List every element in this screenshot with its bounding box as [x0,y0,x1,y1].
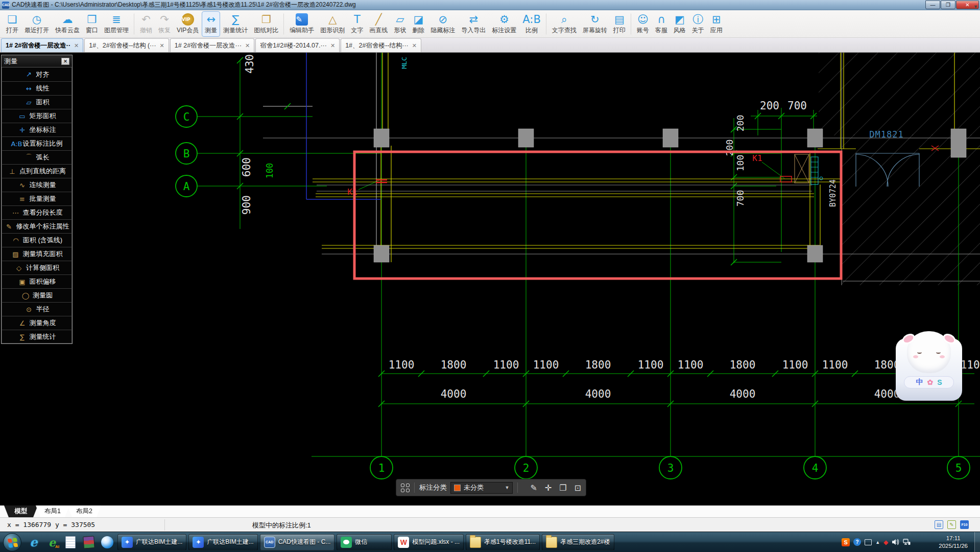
toolbar-button[interactable] [631,13,632,35]
taskbar-app-button[interactable]: W 模型问题.xlsx - ... [394,534,464,550]
model-tab[interactable]: 布局2 [67,505,101,517]
toolbar-button[interactable]: ≣ 图层管理 [101,11,132,37]
toolbar-button[interactable]: ⇄ 导入导出 [458,11,489,37]
toolbar-button[interactable]: ⊞ 应用 [707,11,726,37]
measure-tool-item[interactable]: ▭ 矩形面积 [2,109,72,123]
toolbar-button[interactable] [546,13,547,35]
volume-icon[interactable] [892,539,899,545]
toolbar-button[interactable]: ⊘ 隐藏标注 [427,11,458,37]
model-tab[interactable]: 布局1 [36,505,69,517]
document-tab[interactable]: 宿舍1#2#楼-2014.07.··· ✕ [255,38,340,52]
fullscreen-f10-icon[interactable]: F10 [960,520,969,529]
start-button[interactable] [3,533,21,551]
minimize-button[interactable]: — [925,1,940,9]
mascot-badge[interactable]: 中 ✿ S [904,376,954,388]
winrar-icon[interactable] [81,535,97,550]
toolbar-button[interactable]: ❐ 图纸对比 [251,11,281,37]
tab-close-icon[interactable]: ✕ [412,42,417,49]
toolbar-button[interactable]: △ 图形识别 [317,11,348,37]
toolbar-button[interactable] [283,13,284,35]
toolbar-button[interactable]: ⓘ 关于 [689,11,707,37]
tab-close-icon[interactable]: ✕ [74,42,79,49]
toolbar-button[interactable]: ↶ 撤销 [137,11,155,37]
measure-tool-item[interactable]: ⋯ 查看分段长度 [2,205,72,219]
measure-tool-item[interactable]: ∠ 测量角度 [2,316,72,330]
document-tab[interactable]: 1# 2#宿舍楼一层改造·· ✕ [1,38,83,52]
copy-annotation-icon[interactable]: ❐ [559,483,566,493]
taskbar-clock[interactable]: 17:11 2025/11/26 [939,535,968,549]
tab-close-icon[interactable]: ✕ [160,42,164,49]
toolbar-button[interactable]: ◪ 删除 [409,11,427,37]
sogou-input-icon[interactable]: S [842,538,850,546]
taskbar-app-button[interactable]: ✦ 广联达BIM土建... [117,534,186,550]
measure-tool-item[interactable]: ⌒ 弧长 [2,150,72,164]
edit-annotation-icon[interactable]: ✎ [530,483,537,493]
toolbar-button[interactable]: ☁ 快看云盘 [52,11,83,37]
maximize-button[interactable]: ❐ [941,1,955,9]
toolbar-button[interactable]: ∩ 客服 [652,11,671,37]
toolbar-button[interactable]: ▤ 打印 [610,11,629,37]
paste-annotation-icon[interactable]: ⊡ [575,483,581,493]
toolbar-button[interactable]: ✎ 编辑助手 [286,11,317,37]
measure-tool-item[interactable]: ∑ 测量统计 [2,330,72,343]
show-desktop-button[interactable] [974,532,980,552]
toolbar-button[interactable]: ❒ 窗口 [83,11,101,37]
toolbar-button[interactable]: ☺ 账号 [634,11,652,37]
toolbar-button[interactable]: ❏ 打开 [3,11,21,37]
toolbar-button[interactable]: ⚙ 标注设置 [489,11,519,37]
drawing-viewport[interactable]: C B A 1 2 3 4 5 1100 1800 1100 1100 1800… [0,53,980,505]
tray-window-icon[interactable] [865,539,872,545]
taskbar-app-button[interactable]: 孝感1号楼改造11... [466,534,540,550]
model-tab[interactable]: 模型 [4,505,38,517]
measure-tool-item[interactable]: ≡ 批量测量 [2,192,72,205]
taskbar-app-button[interactable]: 孝感三期改造2#楼 [542,534,614,550]
measure-tool-item[interactable]: ▣ 面积偏移 [2,274,72,288]
tab-close-icon[interactable]: ✕ [330,42,335,49]
document-tab[interactable]: 1# 2#宿舍楼一层改造··· ✕ [170,38,255,52]
internet-explorer-icon[interactable] [26,535,41,550]
measure-tool-item[interactable]: ▨ 测量填充面积 [2,247,72,261]
measure-tool-item[interactable]: ⊥ 点到直线的距离 [2,164,72,178]
panel-toggle-icon[interactable]: ▤ [935,520,943,529]
measure-tool-item[interactable]: ∿ 连续测量 [2,178,72,192]
360-browser-icon[interactable] [44,535,60,550]
toolbar-button[interactable]: ▱ 形状 [391,11,409,37]
measure-tool-item[interactable]: A:B 设置标注比例 [2,136,72,150]
measure-tool-item[interactable]: ⊙ 半径 [2,302,72,316]
toolbar-button[interactable]: ◩ 风格 [671,11,689,37]
measure-tool-item[interactable]: ◇ 计算侧面积 [2,261,72,274]
panel-close-icon[interactable]: ✕ [61,58,69,65]
toolbar-button[interactable]: ◷ 最近打开 [21,11,52,37]
sphere-browser-icon[interactable] [100,535,115,550]
tab-overflow-icon[interactable]: ▼ [973,4,978,9]
measure-tool-item[interactable]: ◠ 面积 (含弧线) [2,233,72,247]
measure-panel-header[interactable]: 测量 ✕ [2,55,72,67]
toolbar-button[interactable]: ⌕ 文字查找 [549,11,580,37]
move-annotation-icon[interactable]: ✛ [545,483,552,493]
taskbar-app-button[interactable]: 微信 [337,534,392,550]
toolbar-button[interactable]: ↷ 恢复 [155,11,174,37]
measure-tool-item[interactable]: ↗ 对齐 [2,67,72,81]
toolbar-button[interactable]: ↻ 屏幕旋转 [580,11,610,37]
remote-tool-icon[interactable]: ◆ [883,539,888,546]
toolbar-button[interactable]: ∑ 测量统计 [220,11,251,37]
toolbar-button[interactable]: VIP VIP会员 [174,11,202,37]
toolbar-button[interactable]: ↔ 测量 [202,11,220,37]
taskbar-app-button[interactable]: ✦ 广联达BIM土建... [188,534,257,550]
toolbar-button[interactable]: A:B 比例 [519,11,543,37]
tab-close-icon[interactable]: ✕ [245,42,250,49]
toolbar-button[interactable]: T 文字 [348,11,366,37]
assistant-mascot[interactable]: 中 ✿ S [893,331,965,404]
help-tray-icon[interactable]: ? [853,538,861,546]
measure-tool-item[interactable]: ✛ 坐标标注 [2,123,72,136]
notepad-icon[interactable] [63,535,78,550]
measure-tool-item[interactable]: ▱ 面积 [2,95,72,109]
network-icon[interactable] [903,539,911,545]
show-hidden-icons[interactable]: ▲ [875,540,880,545]
taskbar-app-button[interactable]: CAD CAD快速看图 - C... [260,534,335,550]
category-grid-icon[interactable] [401,484,410,492]
measure-tool-item[interactable]: ↔ 线性 [2,81,72,95]
document-tab[interactable]: 1#、2#宿舍楼--结构··· ✕ [341,38,421,52]
toolbar-button[interactable] [134,13,135,35]
measure-tool-item[interactable]: ◯ 测量圆 [2,288,72,302]
